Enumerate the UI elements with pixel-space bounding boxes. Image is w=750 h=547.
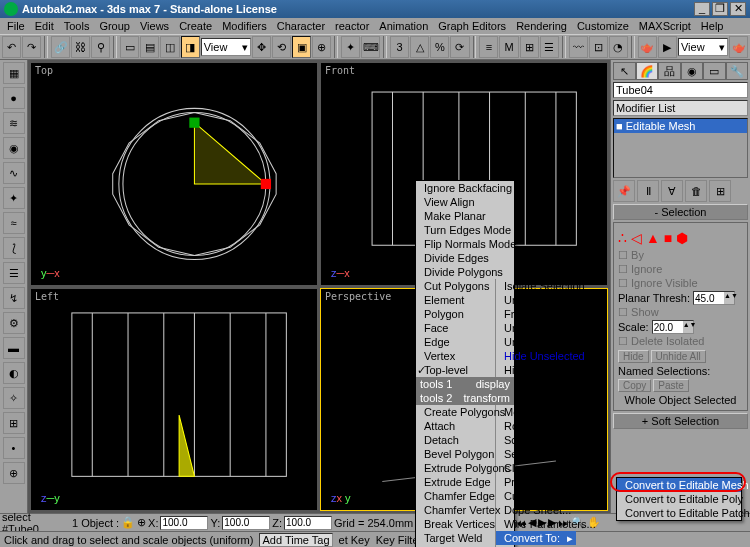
- select-name-button[interactable]: ▤: [140, 36, 159, 58]
- reactor-spring-icon[interactable]: ⟅: [3, 237, 25, 259]
- ctx-view-align[interactable]: View Align: [416, 195, 514, 209]
- ctx-unfreeze[interactable]: Unfreeze All: [496, 293, 576, 307]
- render-scene-button[interactable]: 🫖: [638, 36, 657, 58]
- align-button[interactable]: ⊞: [520, 36, 539, 58]
- ctx-face[interactable]: Face: [416, 321, 495, 335]
- tab-motion-icon[interactable]: ◉: [681, 62, 704, 80]
- ctx-hide-sel[interactable]: Hide Selection: [496, 363, 576, 377]
- configure-icon[interactable]: ⊞: [709, 180, 731, 202]
- menu-edit[interactable]: Edit: [30, 19, 59, 33]
- move-button[interactable]: ✥: [252, 36, 271, 58]
- lock-icon[interactable]: 🔒: [121, 516, 135, 529]
- modifier-stack[interactable]: ■ Editable Mesh: [613, 118, 748, 178]
- ctx-divide-edges[interactable]: Divide Edges: [416, 251, 514, 265]
- link-button[interactable]: 🔗: [51, 36, 70, 58]
- asnap-button[interactable]: △: [410, 36, 429, 58]
- viewport-left[interactable]: Left z─y: [30, 288, 318, 512]
- element-icon[interactable]: ⬢: [676, 230, 688, 246]
- menu-file[interactable]: File: [2, 19, 30, 33]
- face-icon[interactable]: ▲: [646, 230, 660, 246]
- scale-button[interactable]: ▣: [292, 36, 311, 58]
- unlink-button[interactable]: ⛓: [71, 36, 90, 58]
- ctx-chamfer-edge[interactable]: Chamfer Edge: [416, 489, 495, 503]
- refcoord-button[interactable]: ⊕: [312, 36, 331, 58]
- ctx-scale[interactable]: Scale: [496, 433, 576, 447]
- ctx-polygon[interactable]: Polygon: [416, 307, 495, 321]
- reactor-motor-icon[interactable]: ⚙: [3, 312, 25, 334]
- tab-utilities-icon[interactable]: 🔧: [726, 62, 749, 80]
- z-input[interactable]: [284, 516, 332, 530]
- ctx-wire-params[interactable]: Wire Parameters...: [496, 517, 576, 531]
- ctx-unhide-name[interactable]: Unhide by Name: [496, 321, 576, 335]
- ctx-vertex[interactable]: Vertex: [416, 349, 495, 363]
- ctx-top-level[interactable]: ✓Top-level: [416, 363, 495, 377]
- planar-spinner[interactable]: ▲▼: [693, 291, 735, 305]
- reactor-plane-icon[interactable]: ▬: [3, 337, 25, 359]
- keyboard-button[interactable]: ⌨: [361, 36, 380, 58]
- reactor-wind-icon[interactable]: ↯: [3, 287, 25, 309]
- ctx-select[interactable]: Select: [496, 447, 576, 461]
- reactor-analyze-icon[interactable]: ⊕: [3, 462, 25, 484]
- reactor-cloth-icon[interactable]: ≋: [3, 112, 25, 134]
- menu-modifiers[interactable]: Modifiers: [217, 19, 272, 33]
- ctx-convert-patch[interactable]: Convert to Editable Patch: [617, 506, 741, 520]
- menu-animation[interactable]: Animation: [374, 19, 433, 33]
- tab-display-icon[interactable]: ▭: [703, 62, 726, 80]
- object-name-field[interactable]: Tube04: [613, 82, 748, 98]
- ctx-rotate[interactable]: Rotate: [496, 419, 576, 433]
- vertex-icon[interactable]: ∴: [618, 230, 627, 246]
- psnap-button[interactable]: %: [430, 36, 449, 58]
- ctx-bevel[interactable]: Bevel Polygon: [416, 447, 495, 461]
- stack-item[interactable]: ■ Editable Mesh: [614, 119, 747, 133]
- menu-rendering[interactable]: Rendering: [511, 19, 572, 33]
- ctx-properties[interactable]: Properties...: [496, 475, 576, 489]
- unique-icon[interactable]: ∀: [661, 180, 683, 202]
- setkey-button[interactable]: et Key: [339, 534, 370, 546]
- mirror-button[interactable]: M: [499, 36, 518, 58]
- x-input[interactable]: [160, 516, 208, 530]
- ctx-divide-polys[interactable]: Divide Polygons: [416, 265, 514, 279]
- menu-help[interactable]: Help: [696, 19, 729, 33]
- tab-create-icon[interactable]: ↖: [613, 62, 636, 80]
- minimize-button[interactable]: _: [694, 2, 710, 16]
- by-checkbox[interactable]: ☐ By: [618, 249, 743, 262]
- filter-dropdown[interactable]: View: [201, 38, 251, 56]
- undo-button[interactable]: ↶: [2, 36, 21, 58]
- scale-spinner[interactable]: ▲▼: [652, 320, 694, 334]
- reactor-car-icon[interactable]: ⊞: [3, 412, 25, 434]
- reactor-rope-icon[interactable]: ∿: [3, 162, 25, 184]
- reactor-mesh-icon[interactable]: ✦: [3, 187, 25, 209]
- spinsnap-button[interactable]: ⟳: [450, 36, 469, 58]
- reactor-db-icon[interactable]: ☰: [3, 262, 25, 284]
- rotate-button[interactable]: ⟲: [272, 36, 291, 58]
- menu-tools[interactable]: Tools: [59, 19, 95, 33]
- delete-iso-checkbox[interactable]: ☐ Delete Isolated: [618, 335, 743, 348]
- ctx-convert-mesh[interactable]: Convert to Editable Mesh: [617, 478, 741, 492]
- ctx-turn-edges[interactable]: Turn Edges Mode: [416, 223, 514, 237]
- ctx-attach[interactable]: Attach: [416, 419, 495, 433]
- hide-button[interactable]: Hide: [618, 350, 649, 363]
- curve-editor-button[interactable]: 〰: [569, 36, 588, 58]
- ctx-edge[interactable]: Edge: [416, 335, 495, 349]
- ctx-element[interactable]: Element: [416, 293, 495, 307]
- reactor-toy-icon[interactable]: ◐: [3, 362, 25, 384]
- reactor-box-icon[interactable]: ▦: [3, 62, 25, 84]
- menu-group[interactable]: Group: [94, 19, 135, 33]
- ctx-freeze[interactable]: Freeze Selection: [496, 307, 576, 321]
- tab-modify-icon[interactable]: 🌈: [636, 62, 659, 80]
- abs-rel-icon[interactable]: ⊕: [137, 516, 146, 529]
- quick-render-button[interactable]: ▶: [658, 36, 677, 58]
- tab-hierarchy-icon[interactable]: 品: [658, 62, 681, 80]
- pin-stack-icon[interactable]: 📌: [613, 180, 635, 202]
- show-end-icon[interactable]: Ⅱ: [637, 180, 659, 202]
- schematic-button[interactable]: ⊡: [589, 36, 608, 58]
- layers-button[interactable]: ☰: [540, 36, 559, 58]
- select-button[interactable]: ▭: [120, 36, 139, 58]
- maximize-button[interactable]: ❐: [712, 2, 728, 16]
- menu-grapheditors[interactable]: Graph Editors: [433, 19, 511, 33]
- ctx-hide-unsel[interactable]: Hide Unselected: [496, 349, 576, 363]
- close-button[interactable]: ✕: [730, 2, 746, 16]
- ctx-ignore-backfacing[interactable]: Ignore Backfacing: [416, 181, 514, 195]
- ctx-isolate[interactable]: Isolate Selection: [496, 279, 576, 293]
- paste-button[interactable]: Paste: [653, 379, 689, 392]
